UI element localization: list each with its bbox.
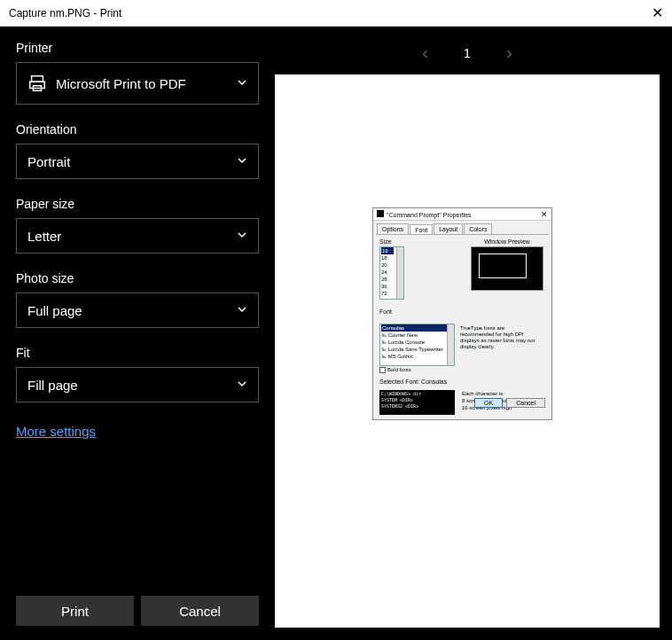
close-button[interactable]: ✕ xyxy=(628,4,663,21)
photosize-select[interactable]: Full page xyxy=(16,293,259,328)
orientation-label: Orientation xyxy=(16,122,259,137)
prev-page-icon[interactable]: ‹ xyxy=(422,43,428,63)
svg-rect-1 xyxy=(30,82,45,88)
papersize-group: Paper size Letter xyxy=(16,197,259,254)
tab-layout: Layout xyxy=(434,223,463,234)
preview-dialog-title: "Command Prompt" Properties xyxy=(377,210,472,218)
printer-select[interactable]: Microsoft Print to PDF xyxy=(16,62,259,105)
orientation-value: Portrait xyxy=(27,154,70,169)
fit-value: Fill page xyxy=(27,378,78,393)
cancel-button[interactable]: Cancel xyxy=(141,596,259,626)
font-label: Font xyxy=(379,308,545,315)
preview-dialog-close: ✕ xyxy=(541,210,548,219)
next-page-icon[interactable]: › xyxy=(506,43,512,63)
preview-panel: ‹ 1 › "Command Prompt" Properties ✕ Opti… xyxy=(275,27,672,640)
orientation-group: Orientation Portrait xyxy=(16,122,259,179)
fit-label: Fit xyxy=(16,346,259,360)
printer-label: Printer xyxy=(16,41,259,55)
titlebar: Capture nm.PNG - Print ✕ xyxy=(0,0,672,27)
window-title: Capture nm.PNG - Print xyxy=(9,7,121,20)
printer-value: Microsoft Print to PDF xyxy=(56,76,228,91)
chevron-down-icon xyxy=(237,230,247,243)
chevron-down-icon xyxy=(237,77,247,90)
chevron-down-icon xyxy=(237,304,247,317)
preview-tabs: Options Font Layout Colors xyxy=(373,221,551,234)
scrollbar xyxy=(447,324,454,365)
size-listbox: 16 18 20 24 28 36 72 xyxy=(379,246,404,300)
settings-panel: Printer Microsoft Print to PDF Orientati… xyxy=(0,27,275,640)
preview-dialog-titlebar: "Command Prompt" Properties ✕ xyxy=(373,208,551,221)
papersize-select[interactable]: Letter xyxy=(16,218,259,254)
font-listbox: Consolas ℡ Courier New ℡ Lucida Console … xyxy=(379,324,455,366)
orientation-select[interactable]: Portrait xyxy=(16,144,259,179)
page-preview: "Command Prompt" Properties ✕ Options Fo… xyxy=(275,74,660,628)
fit-group: Fit Fill page xyxy=(16,346,259,402)
fit-select[interactable]: Fill page xyxy=(16,367,259,402)
preview-dialog: "Command Prompt" Properties ✕ Options Fo… xyxy=(372,207,552,420)
font-help-text: TrueType fonts are recommended for high … xyxy=(460,324,540,373)
button-row: Print Cancel xyxy=(16,596,259,626)
window-preview: Window Preview xyxy=(469,238,545,291)
cmd-icon xyxy=(377,210,384,217)
tab-options: Options xyxy=(377,223,409,234)
preview-button-row: OK Cancel xyxy=(474,398,545,408)
print-button[interactable]: Print xyxy=(16,596,134,626)
papersize-label: Paper size xyxy=(16,197,259,211)
page-nav: ‹ 1 › xyxy=(275,30,660,74)
bold-checkbox: Bold fonts xyxy=(379,367,455,373)
chevron-down-icon xyxy=(237,155,247,168)
printer-group: Printer Microsoft Print to PDF xyxy=(16,41,259,105)
page-number: 1 xyxy=(464,45,471,60)
svg-rect-0 xyxy=(32,76,43,82)
font-sample: C:\WINDOWS> dir SYSTEM <DIR> SYSTEM32 <D… xyxy=(379,390,455,415)
selected-font-label: Selected Font: Consolas xyxy=(379,379,545,385)
more-settings-link[interactable]: More settings xyxy=(16,424,259,439)
papersize-value: Letter xyxy=(27,229,61,244)
photosize-value: Full page xyxy=(27,303,82,318)
chevron-down-icon xyxy=(237,379,247,392)
printer-icon xyxy=(27,74,47,93)
tab-colors: Colors xyxy=(464,223,492,234)
preview-tab-body: Size 16 18 20 24 28 36 72 xyxy=(376,234,549,411)
preview-ok-button: OK xyxy=(474,398,503,408)
content: Printer Microsoft Print to PDF Orientati… xyxy=(0,27,672,640)
photosize-group: Photo size Full page xyxy=(16,271,259,328)
preview-cancel-button: Cancel xyxy=(506,398,545,408)
scrollbar xyxy=(396,247,403,299)
photosize-label: Photo size xyxy=(16,271,259,285)
